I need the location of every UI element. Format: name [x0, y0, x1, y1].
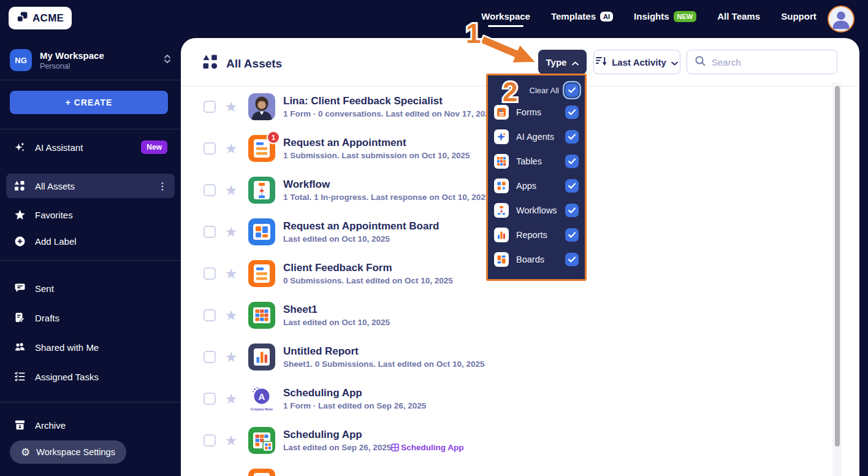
nav-all-teams[interactable]: All Teams: [717, 11, 760, 27]
asset-subtitle: 1 Submission. Last submission on Oct 10,…: [283, 151, 470, 160]
asset-title[interactable]: Scheduling App: [283, 429, 464, 441]
divider: [0, 129, 181, 129]
sidebar-item-label: Assigned Tasks: [35, 372, 99, 382]
linked-app-link[interactable]: Scheduling App: [391, 443, 463, 452]
svg-text:A: A: [259, 391, 265, 402]
active-tab-underline: [488, 25, 523, 27]
forms-icon: [494, 105, 509, 120]
workflows-checkbox[interactable]: [565, 204, 579, 217]
favorite-star-icon[interactable]: ★: [223, 392, 240, 406]
sidebar: NG My Workspace Personal + CREATE AI Ass…: [0, 38, 181, 476]
favorite-star-icon[interactable]: ★: [223, 267, 240, 281]
asset-subtitle: Last edited on Oct 10, 2025: [283, 318, 390, 327]
asset-title[interactable]: Untitled Report: [283, 345, 485, 358]
filter-item-tables[interactable]: Tables: [494, 149, 579, 174]
row-checkbox[interactable]: [204, 434, 216, 447]
nav-insights[interactable]: InsightsNEW: [634, 11, 696, 28]
asset-title[interactable]: Request an Appointment: [283, 137, 470, 149]
workspace-selector[interactable]: NG My Workspace Personal: [0, 44, 181, 76]
gear-icon: ⚙: [21, 447, 30, 458]
filter-item-ai-agents[interactable]: AI Agents: [494, 125, 579, 149]
tables-checkbox[interactable]: [565, 155, 579, 168]
row-checkbox[interactable]: [204, 351, 216, 363]
sidebar-item-label: Sent: [35, 283, 54, 294]
sidebar-item-favorites[interactable]: Favorites: [0, 202, 181, 227]
acme-logo[interactable]: ACME: [9, 7, 72, 29]
clear-all-checkbox[interactable]: [565, 83, 579, 97]
nav-support[interactable]: Support: [781, 11, 817, 27]
row-checkbox[interactable]: [204, 142, 216, 155]
filter-item-workflows[interactable]: Workflows: [494, 198, 579, 223]
sidebar-item-all-assets[interactable]: All Assets ⋮: [6, 174, 175, 198]
sidebar-item-shared-with-me[interactable]: Shared with Me: [0, 335, 181, 359]
app-logo: ACompany Name: [248, 385, 275, 412]
favorite-star-icon[interactable]: ★: [223, 350, 240, 364]
type-filter-button[interactable]: Type: [538, 50, 587, 74]
row-checkbox[interactable]: [204, 101, 216, 113]
clear-all-label[interactable]: Clear All: [530, 86, 559, 95]
asset-row-sheet1[interactable]: ★ Sheet1 Last edited on Oct 10, 2025: [181, 294, 832, 336]
row-checkbox[interactable]: [204, 309, 216, 321]
sidebar-item-assigned-tasks[interactable]: Assigned Tasks: [0, 364, 181, 389]
row-checkbox[interactable]: [204, 226, 216, 238]
type-filter-dropdown: Clear All Forms AI Agents Tables: [486, 74, 587, 281]
asset-title[interactable]: Lina: Client Feedback Specialist: [283, 95, 494, 107]
sidebar-item-archive[interactable]: Archive: [0, 413, 181, 437]
ai-agents-checkbox[interactable]: [565, 130, 579, 144]
asset-title[interactable]: Sheet1: [283, 304, 390, 316]
favorite-star-icon[interactable]: ★: [223, 142, 240, 156]
asset-title[interactable]: Request an Appointment Board: [283, 220, 439, 232]
favorite-star-icon[interactable]: ★: [223, 434, 240, 448]
settings-label: Workspace Settings: [36, 447, 115, 457]
favorite-star-icon[interactable]: ★: [223, 309, 240, 323]
asset-title[interactable]: Workflow: [283, 178, 490, 191]
filter-item-reports[interactable]: Reports: [494, 223, 579, 247]
acme-logo-icon: [17, 11, 28, 25]
nav-templates[interactable]: TemplatesAI: [551, 11, 613, 27]
boards-checkbox[interactable]: [565, 253, 579, 266]
reports-checkbox[interactable]: [565, 228, 579, 242]
sort-button[interactable]: Last Activity: [593, 50, 680, 74]
search-input[interactable]: [712, 57, 834, 67]
row-checkbox[interactable]: [204, 267, 216, 280]
favorite-star-icon[interactable]: ★: [223, 225, 240, 239]
sidebar-item-add-label[interactable]: Add Label: [0, 229, 181, 253]
user-avatar[interactable]: [828, 6, 855, 33]
sidebar-item-sent[interactable]: Sent: [0, 276, 181, 301]
asset-row-untitled-report[interactable]: ★ Untitled Report Sheet1. 0 Submissions.…: [181, 336, 832, 378]
asset-title[interactable]: Scheduling App: [283, 387, 426, 399]
asset-row-sign-form[interactable]: ★ Sign Form: [181, 461, 832, 476]
form-icon: [248, 260, 275, 287]
tables-icon: [494, 154, 509, 169]
filter-item-boards[interactable]: Boards: [494, 247, 579, 272]
row-checkbox[interactable]: [204, 393, 216, 405]
kebab-menu-icon[interactable]: ⋮: [158, 180, 167, 192]
forms-checkbox[interactable]: [565, 106, 579, 119]
row-checkbox[interactable]: [204, 184, 216, 196]
asset-title[interactable]: Client Feedback Form: [283, 262, 453, 274]
workspace-settings-button[interactable]: ⚙ Workspace Settings: [10, 440, 126, 464]
sidebar-item-ai-assistant[interactable]: AI Assistant New: [0, 135, 181, 159]
search-icon: [695, 55, 706, 69]
asset-row-scheduling-table[interactable]: ★ Scheduling App Last edited on Sep 26, …: [181, 420, 832, 461]
apps-checkbox[interactable]: [565, 179, 579, 193]
form-icon: [248, 469, 275, 476]
sidebar-item-drafts[interactable]: Drafts: [0, 305, 181, 330]
sidebar-item-label: AI Assistant: [35, 142, 83, 153]
board-icon: [248, 218, 275, 245]
create-button[interactable]: + CREATE: [10, 91, 168, 114]
asset-subtitle: Sheet1. 0 Submissions. Last edited on Oc…: [283, 359, 485, 369]
nav-workspace[interactable]: Workspace: [481, 11, 530, 27]
favorite-star-icon[interactable]: ★: [223, 100, 240, 114]
filter-item-apps[interactable]: Apps: [494, 174, 579, 198]
asset-subtitle: 0 Submissions. Last edited on Oct 10, 20…: [283, 276, 453, 285]
filter-item-forms[interactable]: Forms: [494, 100, 579, 125]
sidebar-item-label: Favorites: [35, 210, 73, 220]
main-panel: All Assets Type Last Activity ★: [181, 38, 859, 476]
sort-icon: [596, 56, 607, 68]
clear-all-row[interactable]: Clear All: [494, 80, 579, 100]
reports-icon: [494, 228, 509, 242]
asset-row-scheduling-app[interactable]: ★ ACompany Name Scheduling App 1 Form · …: [181, 378, 832, 420]
scrollbar-thumb[interactable]: [835, 86, 840, 447]
favorite-star-icon[interactable]: ★: [223, 183, 240, 198]
